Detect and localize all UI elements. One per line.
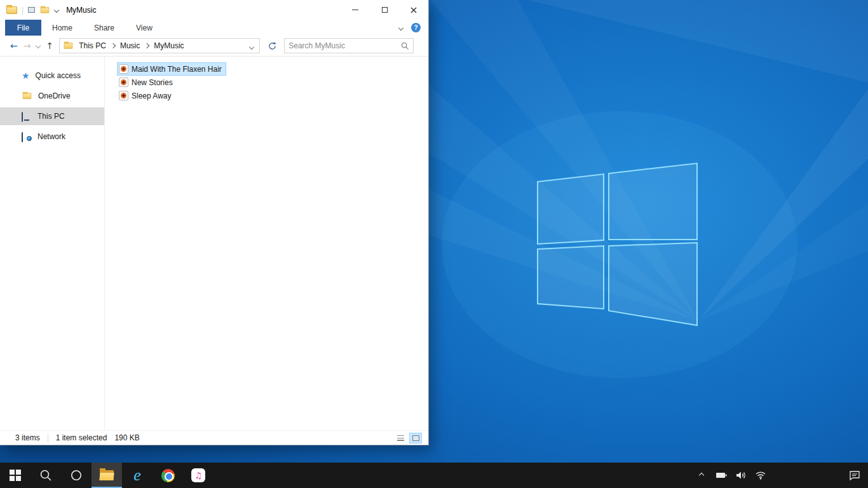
battery-icon bbox=[715, 471, 727, 479]
ribbon-right-controls: ? bbox=[399, 20, 428, 36]
internet-explorer-icon: e bbox=[133, 467, 141, 484]
address-dropdown[interactable] bbox=[247, 40, 256, 51]
tab-share[interactable]: Share bbox=[83, 20, 125, 36]
up-button[interactable]: ↑ bbox=[46, 41, 53, 50]
large-icons-view-icon bbox=[412, 435, 419, 441]
volume-status[interactable] bbox=[734, 463, 748, 488]
music-file-icon bbox=[119, 64, 128, 74]
address-bar[interactable]: This PC Music MyMusic bbox=[59, 38, 260, 53]
expand-ribbon-chevron-icon[interactable] bbox=[398, 25, 403, 30]
recent-locations-chevron-icon[interactable] bbox=[36, 43, 41, 48]
desktop: | MyMusic × File Home Share View ? bbox=[0, 0, 868, 488]
quick-access-toolbar: | bbox=[6, 6, 58, 15]
minimize-icon bbox=[352, 10, 358, 10]
breadcrumb-mymusic[interactable]: MyMusic bbox=[150, 41, 187, 50]
search-box[interactable] bbox=[284, 38, 414, 53]
sidebar-item-onedrive[interactable]: OneDrive bbox=[0, 87, 104, 105]
file-explorer-window: | MyMusic × File Home Share View ? bbox=[0, 0, 429, 445]
window-title: MyMusic bbox=[66, 6, 96, 15]
view-toggles bbox=[394, 433, 422, 444]
file-row-sleep-away[interactable]: Sleep Away bbox=[117, 89, 176, 102]
sidebar-item-network[interactable]: Network bbox=[0, 128, 104, 146]
taskbar-itunes-button[interactable]: ♫ bbox=[183, 463, 214, 488]
address-folder-icon bbox=[64, 43, 73, 49]
refresh-button[interactable] bbox=[266, 41, 278, 51]
chrome-icon bbox=[161, 469, 175, 482]
status-separator bbox=[48, 434, 48, 442]
address-bar-row: ← → ↑ This PC Music MyMusic bbox=[0, 36, 428, 57]
taskbar: e ♫ bbox=[0, 463, 868, 488]
breadcrumb-chevron-icon[interactable] bbox=[144, 43, 149, 48]
windows-start-icon bbox=[10, 470, 21, 481]
navigation-pane: ★ Quick access OneDrive This PC Network bbox=[0, 57, 105, 430]
breadcrumb-this-pc[interactable]: This PC bbox=[75, 41, 110, 50]
status-selection: 1 item selected bbox=[56, 433, 107, 442]
music-file-icon bbox=[119, 78, 128, 87]
start-button[interactable] bbox=[0, 463, 31, 488]
file-name: Maid With The Flaxen Hair bbox=[132, 65, 222, 74]
music-file-icon bbox=[119, 91, 128, 100]
file-name: New Stories bbox=[132, 78, 173, 87]
taskbar-search-button[interactable] bbox=[31, 463, 61, 488]
minimize-button[interactable] bbox=[341, 0, 370, 20]
maximize-icon bbox=[382, 7, 388, 13]
status-item-count: 3 items bbox=[15, 433, 40, 442]
tab-view[interactable]: View bbox=[125, 20, 163, 36]
search-input[interactable] bbox=[288, 41, 401, 50]
file-row-maid-with-the-flaxen-hair[interactable]: Maid With The Flaxen Hair bbox=[117, 62, 226, 76]
battery-status[interactable] bbox=[714, 463, 728, 488]
forward-button[interactable]: → bbox=[24, 41, 31, 50]
computer-icon bbox=[22, 112, 32, 121]
tab-home[interactable]: Home bbox=[41, 20, 83, 36]
back-button[interactable]: ← bbox=[10, 41, 18, 50]
system-tray bbox=[695, 463, 868, 488]
search-icon bbox=[39, 469, 52, 482]
sidebar-item-label: OneDrive bbox=[38, 92, 71, 100]
explorer-app-icon bbox=[6, 6, 17, 14]
status-bar: 3 items 1 item selected 190 KB bbox=[0, 430, 428, 445]
new-folder-icon[interactable] bbox=[41, 7, 50, 13]
taskbar-file-explorer-button[interactable] bbox=[92, 463, 122, 488]
ribbon-tabs: File Home Share View ? bbox=[0, 20, 428, 36]
sidebar-item-quick-access[interactable]: ★ Quick access bbox=[0, 67, 104, 85]
status-selection-size: 190 KB bbox=[114, 433, 139, 442]
help-icon[interactable]: ? bbox=[411, 23, 421, 32]
folder-icon bbox=[23, 93, 32, 99]
show-hidden-icons-button[interactable] bbox=[695, 463, 709, 488]
search-icon[interactable] bbox=[401, 42, 409, 50]
chevron-down-icon bbox=[249, 44, 254, 50]
breadcrumb-chevron-icon[interactable] bbox=[111, 43, 116, 48]
sidebar-item-label: Quick access bbox=[36, 71, 81, 80]
itunes-icon: ♫ bbox=[191, 468, 205, 482]
refresh-icon bbox=[268, 41, 277, 51]
action-center-icon bbox=[849, 470, 860, 480]
action-center-button[interactable] bbox=[848, 463, 862, 488]
close-button[interactable]: × bbox=[399, 0, 428, 20]
tab-file[interactable]: File bbox=[5, 20, 41, 36]
window-controls: × bbox=[341, 0, 428, 20]
file-list[interactable]: Maid With The Flaxen Hair New Stories Sl… bbox=[105, 57, 428, 430]
speaker-icon bbox=[736, 471, 747, 480]
customize-toolbar-chevron-icon[interactable] bbox=[54, 7, 59, 12]
sidebar-item-label: Network bbox=[37, 132, 65, 141]
file-row-new-stories[interactable]: New Stories bbox=[117, 76, 177, 89]
details-view-icon bbox=[397, 435, 404, 441]
chevron-up-icon bbox=[699, 473, 704, 478]
titlebar[interactable]: | MyMusic × bbox=[0, 0, 428, 20]
maximize-button[interactable] bbox=[370, 0, 399, 20]
cortana-icon bbox=[70, 469, 83, 482]
cortana-button[interactable] bbox=[61, 463, 92, 488]
explorer-body: ★ Quick access OneDrive This PC Network bbox=[0, 57, 428, 430]
network-status[interactable] bbox=[754, 463, 768, 488]
breadcrumb-music[interactable]: Music bbox=[116, 41, 144, 50]
file-explorer-icon bbox=[100, 470, 114, 480]
properties-icon[interactable] bbox=[28, 7, 35, 13]
sidebar-item-label: This PC bbox=[37, 112, 65, 121]
large-icons-view-button[interactable] bbox=[409, 433, 422, 444]
wifi-icon bbox=[755, 471, 766, 480]
details-view-button[interactable] bbox=[394, 433, 407, 444]
taskbar-internet-explorer-button[interactable]: e bbox=[122, 463, 153, 488]
sidebar-item-this-pc[interactable]: This PC bbox=[0, 107, 104, 125]
taskbar-chrome-button[interactable] bbox=[153, 463, 183, 488]
toolbar-separator: | bbox=[22, 6, 24, 15]
